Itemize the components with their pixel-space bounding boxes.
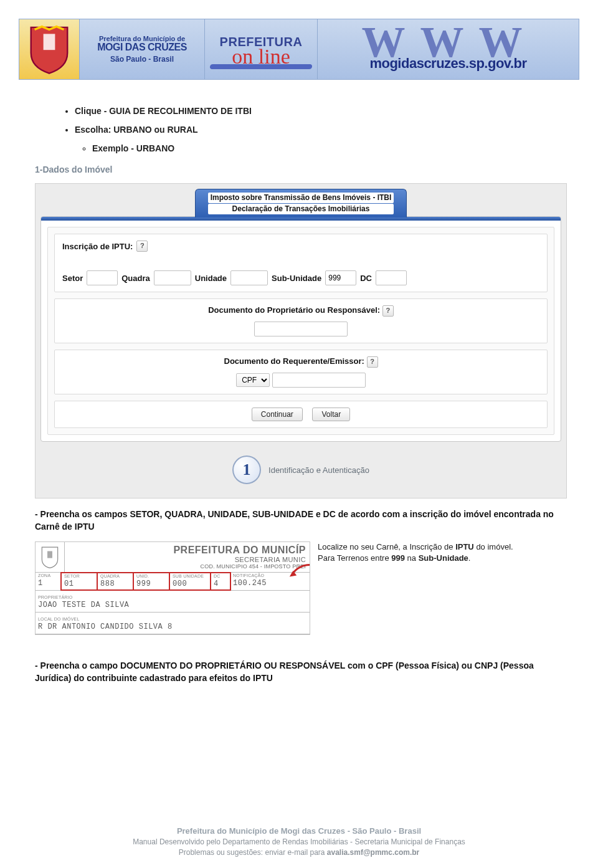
brand-script: on line (232, 49, 290, 64)
carne-crest-icon (36, 542, 65, 572)
carne-title2: SECRETARIA MUNIC (66, 556, 306, 563)
city-crest-icon (19, 19, 79, 79)
page-header: Prefeitura do Município de MOGI DAS CRUZ… (19, 19, 579, 80)
hdr-setor: SETOR (64, 574, 94, 578)
carne-card: PREFEITURA DO MUNICÍP SECRETARIA MUNIC C… (35, 541, 310, 635)
www-icon: WWW (362, 27, 535, 58)
www-block: WWW mogidascruzes.sp.gov.br (318, 19, 579, 79)
instruction-note-2: - Preencha o campo DOCUMENTO DO PROPRIET… (35, 660, 557, 684)
instruction-note-1: - Preencha os campos SETOR, QUADRA, UNID… (35, 508, 557, 533)
doc-req-fieldset: Documento do Requerente/Emissor: ? CPF (54, 350, 548, 394)
hdr-unid: UNID. (136, 574, 166, 578)
page-footer: Prefeitura do Município de Mogi das Cruz… (19, 826, 579, 858)
sub-bullet-1: Exemplo - URBANO (92, 143, 557, 153)
val-zona: 1 (38, 579, 43, 588)
quadra-label: Quadra (121, 274, 150, 283)
hdr-notif: NOTIFICAÇÃO (233, 573, 307, 578)
title-line3: São Paulo - Brasil (110, 55, 174, 64)
val-prop: JOAO TESTE DA SILVA (38, 601, 307, 609)
bullet-1: Clique - GUIA DE RECOLHIMENTO DE ITBI (75, 106, 557, 116)
dc-input[interactable] (376, 270, 407, 285)
municipality-title: Prefeitura do Município de MOGI DAS CRUZ… (79, 19, 205, 79)
hdr-subunid: SUB UNIDADE (173, 574, 207, 578)
brand-swash-icon (209, 64, 312, 69)
quadra-input[interactable] (154, 270, 191, 285)
val-unid: 999 (136, 579, 151, 588)
svg-rect-1 (47, 551, 52, 558)
val-notif: 100.245 (233, 579, 267, 588)
brand-logo: PREFEITURA on line (205, 19, 318, 79)
val-subunid: 000 (173, 579, 187, 588)
hdr-local: LOCAL DO IMÓVEL (38, 617, 80, 621)
hdr-quadra: QUADRA (100, 574, 130, 578)
stage-number-icon: 1 (232, 455, 261, 484)
doc-prop-fieldset: Documento do Proprietário ou Responsável… (54, 298, 548, 343)
setor-input[interactable] (87, 270, 118, 285)
button-row: Continuar Voltar (54, 401, 548, 428)
carne-illustration-row: PREFEITURA DO MUNICÍP SECRETARIA MUNIC C… (35, 541, 567, 635)
footer-line3: Problemas ou sugestões: enviar e-mail pa… (19, 847, 579, 858)
val-local: R DR ANTONIO CANDIDO SILVA 8 (38, 622, 307, 631)
val-setor: 01 (64, 579, 74, 588)
hdr-prop: PROPRIETÁRIO (38, 595, 72, 599)
footer-line2: Manual Desenvolvido pelo Departamento de… (19, 837, 579, 847)
val-quadra: 888 (100, 579, 115, 588)
carne-note: Localize no seu Carnê, a Inscrição de IP… (318, 541, 567, 563)
back-button[interactable]: Voltar (312, 408, 350, 421)
unidade-label: Unidade (195, 274, 227, 283)
carne-title3: COD. MUNICIPIO 454 - IMPOSTO PREI (66, 563, 306, 570)
unidade-input[interactable] (230, 270, 268, 285)
hdr-dc: DC (214, 574, 227, 578)
help-icon[interactable]: ? (367, 356, 378, 368)
form-tab-title: Imposto sobre Transmissão de Bens Imóvei… (195, 189, 407, 217)
subunidade-input[interactable] (325, 270, 356, 285)
doc-req-label: Documento do Requerente/Emissor: (224, 356, 364, 366)
stage-text: Identificação e Autenticação (268, 465, 369, 475)
doc-prop-label: Documento do Proprietário ou Responsável… (208, 305, 380, 315)
site-url: mogidascruzes.sp.gov.br (369, 55, 526, 72)
carne-title1: PREFEITURA DO MUNICÍP (66, 545, 306, 556)
doc-type-select[interactable]: CPF (236, 373, 270, 387)
wizard-stage: 1 Identificação e Autenticação (40, 455, 561, 484)
document-page: Prefeitura do Município de MOGI DAS CRUZ… (0, 0, 598, 868)
title-line2: MOGI DAS CRUZES (97, 42, 187, 52)
bullet-list: Clique - GUIA DE RECOLHIMENTO DE ITBI Es… (57, 106, 557, 135)
iptu-label: Inscrição de IPTU: (62, 242, 133, 251)
tab-line2: Declaração de Transações Imobiliárias (208, 204, 394, 214)
sub-bullet-list: Exemplo - URBANO (57, 143, 557, 153)
help-icon[interactable]: ? (136, 241, 148, 252)
content-area: Clique - GUIA DE RECOLHIMENTO DE ITBI Es… (19, 80, 579, 684)
footer-line1: Prefeitura do Município de Mogi das Cruz… (19, 826, 579, 837)
bullet-2: Escolha: URBANO ou RURAL (75, 125, 557, 135)
hdr-zona: ZONA (38, 573, 58, 578)
dc-label: DC (360, 274, 372, 283)
val-dc: 4 (214, 579, 219, 588)
doc-req-input[interactable] (272, 373, 366, 388)
svg-rect-0 (44, 34, 55, 50)
tab-line1: Imposto sobre Transmissão de Bens Imóvei… (208, 193, 394, 203)
footer-email: avalia.smf@pmmc.com.br (327, 848, 419, 857)
setor-label: Setor (62, 274, 83, 283)
subunidade-label: Sub-Unidade (272, 274, 321, 283)
help-icon[interactable]: ? (382, 305, 394, 317)
doc-prop-input[interactable] (254, 322, 348, 336)
form-screenshot: Imposto sobre Transmissão de Bens Imóvei… (35, 183, 567, 498)
iptu-fieldset: Inscrição de IPTU: ? Setor Quadra Unidad… (54, 234, 548, 292)
continue-button[interactable]: Continuar (252, 408, 303, 421)
step-heading: 1-Dados do Imóvel (35, 165, 557, 174)
